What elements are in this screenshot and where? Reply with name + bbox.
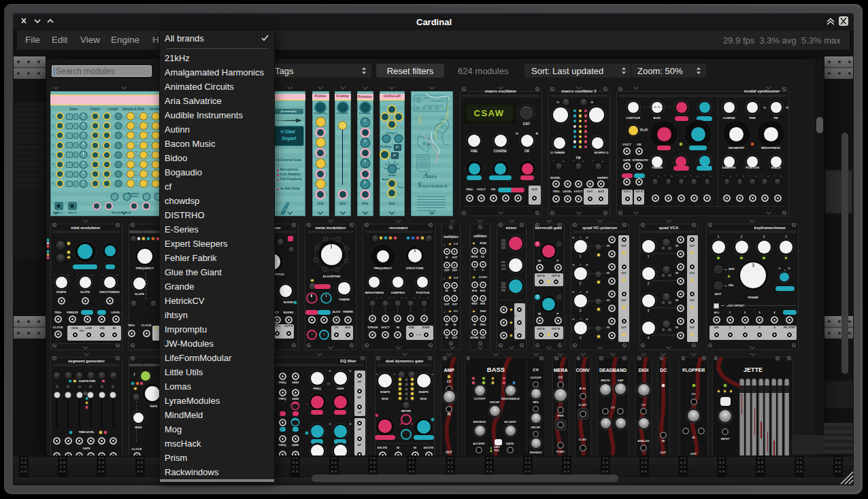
svg-text:BonK: BonK (422, 141, 433, 147)
